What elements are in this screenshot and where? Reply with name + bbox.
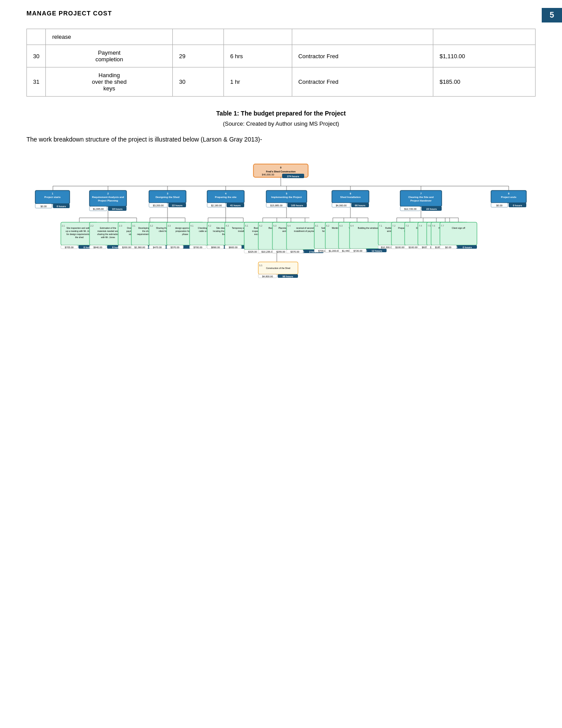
table-row: 31 Handingover the shedkeys 30 1 hr Cont…: [27, 67, 536, 97]
svg-text:5.1: 5.1: [245, 224, 248, 227]
svg-text:105 hours: 105 hours: [291, 204, 303, 207]
svg-text:$255.00: $255.00: [276, 250, 285, 253]
svg-text:phase: phase: [182, 233, 188, 235]
svg-text:0 hours: 0 hours: [513, 204, 522, 207]
svg-text:96 hours: 96 hours: [283, 275, 293, 278]
svg-text:41 hours: 41 hours: [230, 204, 241, 207]
svg-text:4.1: 4.1: [190, 224, 194, 227]
table-caption: Table 1: The budget prepared for the Pro…: [26, 110, 536, 117]
svg-text:Designing the Shed: Designing the Shed: [156, 196, 180, 198]
svg-text:22 hours: 22 hours: [426, 208, 437, 210]
svg-text:$200.00: $200.00: [122, 246, 131, 249]
svg-text:Implementing the Project: Implementing the Project: [271, 196, 301, 198]
svg-text:4.2: 4.2: [208, 224, 211, 227]
svg-text:2.3: 2.3: [119, 224, 122, 227]
svg-text:$1,845.00: $1,845.00: [93, 208, 104, 210]
svg-text:Construction of the Shed: Construction of the Shed: [266, 267, 290, 269]
svg-text:Clearing the Site and: Clearing the Site and: [408, 196, 434, 198]
project-table: release 30 Paymentcompletion 29 6 hrs Co…: [26, 29, 536, 97]
svg-text:4.3: 4.3: [226, 224, 229, 227]
svg-text:$15,885.00: $15,885.00: [270, 204, 283, 207]
svg-text:$4,060.00: $4,060.00: [336, 204, 346, 207]
table-row: release: [27, 29, 536, 45]
svg-text:Building the windows: Building the windows: [358, 227, 379, 229]
intro-text: The work breakdown structure of the proj…: [26, 136, 536, 143]
svg-text:$705.00: $705.00: [65, 246, 74, 249]
svg-text:2.2: 2.2: [90, 224, 93, 227]
svg-text:$700.00: $700.00: [194, 246, 202, 249]
svg-text:7.5: 7.5: [428, 224, 431, 227]
svg-text:installment of payment: installment of payment: [294, 230, 316, 232]
svg-text:$12,720.00: $12,720.00: [404, 208, 417, 210]
svg-text:$100.00: $100.00: [409, 246, 417, 249]
svg-text:3.3: 3.3: [167, 224, 171, 227]
svg-text:$3,200.00: $3,200.00: [153, 204, 164, 207]
svg-text:$0.00: $0.00: [496, 204, 502, 207]
svg-text:Estimation of the: Estimation of the: [100, 227, 116, 229]
svg-text:0 hours: 0 hours: [57, 205, 66, 208]
svg-text:$890.00: $890.00: [211, 246, 220, 249]
svg-text:22 hours: 22 hours: [172, 204, 182, 207]
svg-text:0 hours: 0 hours: [463, 246, 472, 249]
svg-text:up a meeting with Mr. Jones: up a meeting with Mr. Jones: [66, 230, 93, 232]
svg-text:Shed Installation: Shed Installation: [340, 196, 361, 198]
svg-text:6.4: 6.4: [350, 224, 354, 227]
svg-text:12 hours: 12 hours: [372, 250, 382, 252]
page-number: 5: [542, 8, 562, 22]
svg-text:7.6: 7.6: [432, 224, 435, 227]
svg-text:$10,235.00: $10,235.00: [261, 250, 274, 253]
wbs-svg: .node-root { fill: #f5cba7; stroke: #e67…: [26, 156, 536, 429]
svg-text:7.7: 7.7: [441, 224, 444, 227]
svg-text:$600.00: $600.00: [229, 246, 238, 249]
page-title: MANAGE PROJECT COST: [26, 10, 112, 17]
svg-text:7.3: 7.3: [406, 224, 409, 227]
svg-text:6.1: 6.1: [315, 224, 318, 227]
svg-text:$2,360.00: $2,360.00: [134, 246, 145, 249]
svg-text:$0.00: $0.00: [41, 205, 47, 208]
svg-text:sharing the estimation: sharing the estimation: [97, 233, 119, 235]
svg-text:$100.00: $100.00: [395, 246, 404, 249]
svg-text:$0.00: $0.00: [445, 246, 451, 249]
wbs-diagram: .node-root { fill: #f5cba7; stroke: #e67…: [26, 156, 536, 429]
svg-text:7.2: 7.2: [392, 224, 395, 227]
svg-rect-306: [440, 222, 477, 245]
svg-text:$2,190.00: $2,190.00: [211, 204, 222, 207]
svg-text:Requirement Analysis and: Requirement Analysis and: [92, 196, 124, 198]
svg-text:$370.00: $370.00: [290, 250, 299, 253]
svg-text:with Mr. Jones: with Mr. Jones: [101, 236, 115, 239]
svg-text:66 hours: 66 hours: [355, 204, 365, 207]
svg-text:$470.00: $470.00: [153, 246, 162, 249]
svg-text:6.3: 6.3: [339, 224, 342, 227]
svg-text:the shed: the shed: [75, 236, 83, 239]
svg-text:$40,000.00: $40,000.00: [262, 173, 274, 176]
svg-text:receival of second: receival of second: [296, 227, 314, 229]
svg-text:2: 2: [107, 192, 108, 195]
svg-text:3.2: 3.2: [150, 224, 153, 227]
svg-text:7: 7: [420, 192, 421, 195]
svg-text:7.1: 7.1: [379, 224, 382, 227]
svg-text:6.2: 6.2: [326, 224, 329, 227]
svg-text:Project starts: Project starts: [44, 196, 60, 198]
svg-text:Preparing the site: Preparing the site: [215, 196, 237, 198]
svg-text:$10,300.00: $10,300.00: [381, 246, 393, 249]
svg-text:$720.00: $720.00: [354, 250, 362, 252]
table-source: (Source: Created by Author using MS Proj…: [26, 120, 536, 127]
svg-text:$1,200.00: $1,200.00: [329, 250, 339, 252]
svg-text:5.3: 5.3: [273, 224, 276, 227]
svg-text:materials needed and: materials needed and: [97, 230, 119, 232]
svg-text:3.1: 3.1: [132, 224, 135, 227]
svg-text:5.4: 5.4: [287, 224, 290, 227]
svg-text:18 hours: 18 hours: [112, 208, 123, 210]
table-row: 30 Paymentcompletion 29 6 hrs Contractor…: [27, 45, 536, 67]
svg-text:Project Handover: Project Handover: [410, 199, 432, 202]
svg-text:5.2: 5.2: [259, 224, 262, 227]
svg-text:5.5: 5.5: [259, 264, 262, 267]
svg-text:2.1: 2.1: [62, 224, 65, 227]
svg-text:7.4: 7.4: [419, 224, 422, 227]
svg-text:Fred's Shed Construction: Fred's Shed Construction: [266, 170, 296, 173]
svg-text:Project ends: Project ends: [501, 196, 517, 198]
svg-text:$940.00: $940.00: [93, 246, 102, 249]
svg-text:$325.00: $325.00: [248, 250, 257, 253]
svg-text:274 hours: 274 hours: [287, 175, 299, 178]
svg-text:Client sign off: Client sign off: [452, 227, 465, 229]
